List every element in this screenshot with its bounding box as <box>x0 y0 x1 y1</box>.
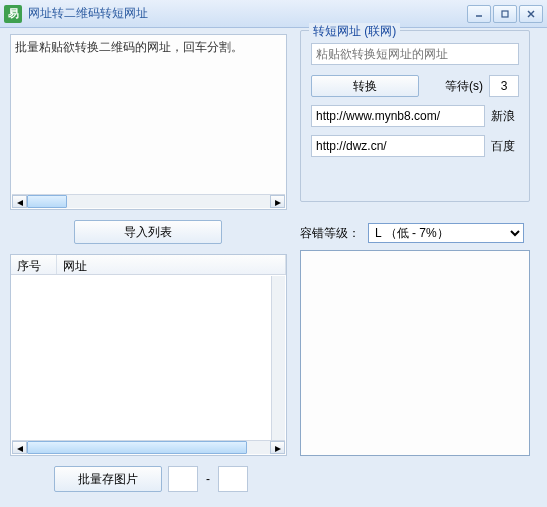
service-url-1[interactable] <box>311 135 485 157</box>
svg-rect-1 <box>502 11 508 17</box>
ecc-row: 容错等级： L （低 - 7%） <box>300 223 524 243</box>
scroll-thumb[interactable] <box>27 195 67 208</box>
ecc-label: 容错等级： <box>300 225 360 242</box>
scroll-track[interactable] <box>27 195 270 208</box>
url-list: 序号 网址 ◂ ▸ <box>10 254 287 456</box>
list-h-scrollbar[interactable]: ◂ ▸ <box>12 440 285 454</box>
save-row: 批量存图片 - <box>54 466 248 492</box>
batch-save-button[interactable]: 批量存图片 <box>54 466 162 492</box>
service-url-0[interactable] <box>311 105 485 127</box>
app-icon: 易 <box>4 5 22 23</box>
scroll-left-icon[interactable]: ◂ <box>12 441 27 454</box>
short-url-group: 转短网址 (联网) 转换 等待(s) 新浪 百度 <box>300 30 530 202</box>
scroll-left-icon[interactable]: ◂ <box>12 195 27 208</box>
maximize-button[interactable] <box>493 5 517 23</box>
h-scrollbar[interactable]: ◂ ▸ <box>12 194 285 208</box>
scroll-right-icon[interactable]: ▸ <box>270 441 285 454</box>
close-button[interactable] <box>519 5 543 23</box>
service-name-0: 新浪 <box>491 108 519 125</box>
convert-button[interactable]: 转换 <box>311 75 419 97</box>
group-legend: 转短网址 (联网) <box>309 23 400 40</box>
minimize-button[interactable] <box>467 5 491 23</box>
range-dash: - <box>204 472 212 486</box>
col-index[interactable]: 序号 <box>11 255 57 274</box>
import-list-button[interactable]: 导入列表 <box>74 220 222 244</box>
v-scrollbar[interactable] <box>271 276 285 440</box>
titlebar: 易 网址转二维码转短网址 <box>0 0 547 28</box>
list-body[interactable] <box>11 275 286 441</box>
wait-label: 等待(s) <box>425 78 483 95</box>
scroll-right-icon[interactable]: ▸ <box>270 195 285 208</box>
qr-preview <box>300 250 530 456</box>
wait-input[interactable] <box>489 75 519 97</box>
col-url[interactable]: 网址 <box>57 255 286 274</box>
scroll-track[interactable] <box>27 441 270 454</box>
short-url-input[interactable] <box>311 43 519 65</box>
window-title: 网址转二维码转短网址 <box>28 5 465 22</box>
batch-url-input[interactable] <box>11 35 286 195</box>
service-name-1: 百度 <box>491 138 519 155</box>
scroll-thumb[interactable] <box>27 441 247 454</box>
list-header: 序号 网址 <box>11 255 286 275</box>
batch-url-panel: ◂ ▸ <box>10 34 287 210</box>
client-area: ◂ ▸ 导入列表 序号 网址 ◂ ▸ 批量存图片 - 转短网址 (联网) 转换 … <box>0 28 547 507</box>
ecc-select[interactable]: L （低 - 7%） <box>368 223 524 243</box>
range-to-input[interactable] <box>218 466 248 492</box>
range-from-input[interactable] <box>168 466 198 492</box>
